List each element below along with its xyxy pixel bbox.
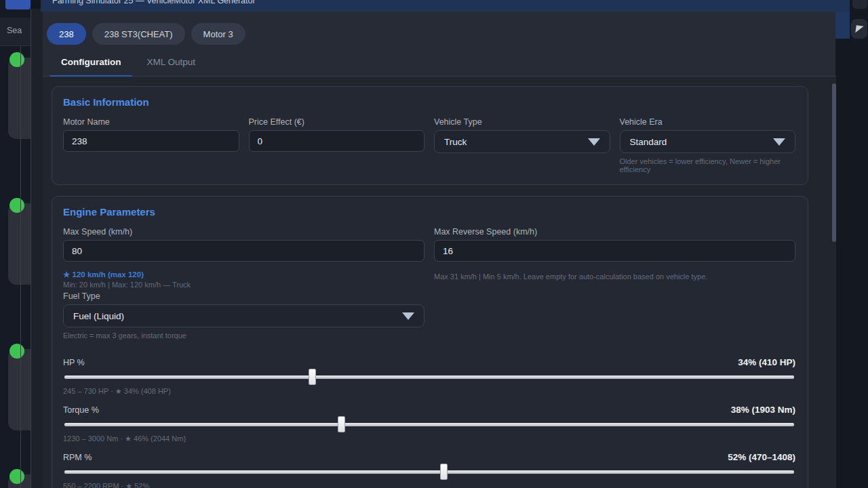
fuel-type-select[interactable]: Fuel (Liquid): [63, 304, 425, 327]
background-list-card: [8, 58, 31, 139]
background-send-button[interactable]: [851, 19, 867, 39]
max-reverse-column: Max Reverse Speed (km/h) Max 31 km/h | M…: [434, 227, 795, 340]
section-heading: Engine Parameters: [63, 206, 795, 218]
background-list-card: [8, 349, 31, 430]
fuel-type-hint: Electric = max 3 gears, instant torque: [63, 331, 425, 340]
max-speed-label: Max Speed (km/h): [63, 227, 425, 237]
background-app-right: [835, 0, 868, 488]
view-tab-bar: Configuration XML Output: [43, 47, 836, 77]
max-reverse-input[interactable]: [434, 240, 795, 262]
engine-parameters-section: Engine Parameters Max Speed (km/h) ★ 120…: [52, 196, 808, 488]
status-dot-icon: [9, 198, 24, 213]
max-speed-input[interactable]: [63, 240, 425, 262]
vehicle-era-select[interactable]: Standard: [620, 130, 796, 153]
max-reverse-hint: Max 31 km/h | Min 5 km/h. Leave empty fo…: [434, 272, 795, 281]
configuration-content: Basic Information Motor Name Price Effec…: [43, 77, 836, 488]
rpm-slider[interactable]: [64, 470, 794, 474]
vehicle-era-field-group: Vehicle Era Standard Older vehicles = lo…: [620, 117, 796, 174]
fuel-type-label: Fuel Type: [63, 291, 425, 301]
vehicle-type-select[interactable]: Truck: [434, 130, 610, 153]
price-effect-field-group: Price Effect (€): [249, 117, 425, 174]
torque-slider-value: 38% (1903 Nm): [731, 405, 795, 415]
tab-configuration[interactable]: Configuration: [48, 47, 134, 77]
background-list-card: [8, 474, 31, 488]
price-effect-input[interactable]: [249, 130, 425, 152]
max-reverse-label: Max Reverse Speed (km/h): [434, 227, 795, 237]
background-app-left: Sea: [0, 0, 31, 488]
vehicle-type-field-group: Vehicle Type Truck: [434, 117, 610, 174]
dialog-title: Farming Simulator 25 — VehicleMotor XML …: [52, 0, 256, 5]
basic-information-section: Basic Information Motor Name Price Effec…: [52, 86, 808, 185]
generator-dialog: 238 238 ST3(CHEAT) Motor 3 Configuration…: [31, 9, 835, 488]
hp-slider-value: 34% (410 HP): [738, 357, 795, 367]
rpm-slider-row: RPM % 52% (470–1408) 550 – 2200 RPM · ★ …: [63, 452, 795, 488]
torque-slider-row: Torque % 38% (1903 Nm) 1230 – 3000 Nm · …: [63, 405, 795, 443]
motor-name-field-group: Motor Name: [63, 117, 239, 174]
chevron-down-icon: [773, 138, 785, 146]
motor-tab-motor3[interactable]: Motor 3: [191, 23, 245, 45]
motor-tab-238[interactable]: 238: [47, 23, 86, 45]
hp-slider-thumb[interactable]: [309, 369, 316, 385]
vertical-scrollbar[interactable]: [832, 83, 836, 242]
background-card-list: [0, 46, 31, 488]
vehicle-era-value: Standard: [630, 137, 667, 147]
tab-xml-output[interactable]: XML Output: [134, 47, 208, 77]
motor-tab-list: 238 238 ST3(CHEAT) Motor 3: [43, 9, 836, 47]
rpm-slider-value: 52% (470–1408): [728, 452, 795, 462]
background-list-card: [8, 203, 31, 285]
hp-slider-label: HP %: [63, 358, 85, 367]
vehicle-era-label: Vehicle Era: [620, 117, 796, 127]
max-speed-range-hint: Min: 20 km/h | Max: 120 km/h — Truck: [63, 281, 425, 289]
max-speed-star-hint: ★ 120 km/h (max 120): [63, 270, 425, 279]
torque-slider[interactable]: [64, 423, 794, 426]
torque-slider-label: Torque %: [63, 405, 99, 415]
engine-sliders: HP % 34% (410 HP) 245 – 730 HP · ★ 34% (…: [63, 357, 795, 488]
section-heading: Basic Information: [63, 96, 795, 108]
torque-slider-thumb[interactable]: [338, 416, 345, 432]
background-blue-button: [5, 0, 31, 9]
chevron-down-icon: [402, 312, 414, 320]
panel-left-gutter: [31, 9, 43, 488]
status-dot-icon: [9, 52, 24, 67]
status-dot-icon: [9, 469, 24, 484]
vehicle-type-value: Truck: [444, 137, 467, 147]
hp-slider[interactable]: [64, 375, 794, 379]
price-effect-label: Price Effect (€): [249, 117, 425, 127]
fuel-type-value: Fuel (Liquid): [73, 311, 124, 321]
hp-slider-hint: 245 – 730 HP · ★ 34% (408 HP): [63, 387, 795, 396]
background-top-button: [852, 0, 867, 9]
motor-name-label: Motor Name: [63, 117, 239, 127]
motor-tab-238-st3[interactable]: 238 ST3(CHEAT): [92, 23, 185, 45]
background-search-label: Sea: [7, 26, 22, 35]
vehicle-era-hint: Older vehicles = lower efficiency, Newer…: [620, 157, 796, 174]
cursor-triangle-icon: [855, 25, 863, 33]
status-dot-icon: [9, 344, 24, 359]
rpm-slider-hint: 550 – 2200 RPM · ★ 52%: [63, 482, 795, 488]
chevron-down-icon: [588, 138, 600, 146]
hp-slider-row: HP % 34% (410 HP) 245 – 730 HP · ★ 34% (…: [63, 357, 795, 396]
motor-name-input[interactable]: [63, 130, 239, 152]
dialog-titlebar: Farming Simulator 25 — VehicleMotor XML …: [41, 0, 850, 12]
max-speed-column: Max Speed (km/h) ★ 120 km/h (max 120) Mi…: [63, 227, 425, 340]
rpm-slider-label: RPM %: [63, 453, 92, 462]
background-edge-divider: [20, 46, 21, 488]
torque-slider-hint: 1230 – 3000 Nm · ★ 46% (2044 Nm): [63, 434, 795, 443]
rpm-slider-thumb[interactable]: [440, 464, 448, 480]
vehicle-type-label: Vehicle Type: [434, 117, 610, 127]
